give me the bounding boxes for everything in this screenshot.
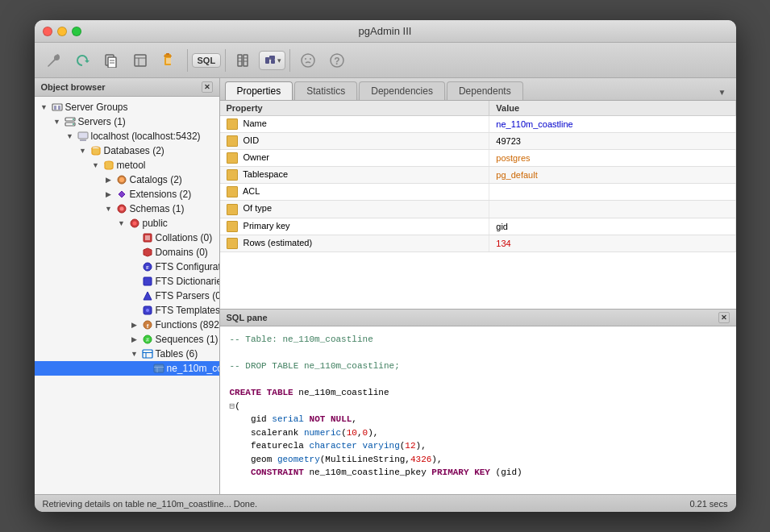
toggle-metool[interactable]: ▼	[89, 159, 102, 172]
tree-item-metool[interactable]: ▼ metool	[35, 158, 219, 172]
toggle-servers[interactable]: ▼	[51, 115, 64, 128]
sql-pane: SQL pane ✕ -- Table: ne_110m_coastline -…	[220, 309, 736, 494]
svg-point-54	[146, 309, 149, 312]
tree-item-catalogs[interactable]: ▶ Catalogs (2)	[35, 172, 219, 187]
table-edit-button[interactable]	[127, 47, 154, 74]
object-browser: Object browser ✕ ▼ Server Groups ▼	[35, 78, 220, 494]
col-value: Value	[489, 101, 735, 116]
object-browser-header: Object browser ✕	[35, 78, 219, 97]
toggle-public[interactable]: ▼	[115, 217, 128, 230]
tree-item-localhost[interactable]: ▼ localhost (localhost:5432)	[35, 129, 219, 143]
object-browser-close[interactable]: ✕	[202, 81, 213, 93]
close-button[interactable]	[43, 27, 52, 36]
tree-item-servers[interactable]: ▼ Servers (1)	[35, 114, 219, 129]
servers-icon	[64, 115, 77, 128]
tab-dependents[interactable]: Dependents	[447, 81, 523, 100]
domains-icon	[141, 246, 154, 259]
prop-label-rows: Rows (estimated)	[220, 235, 489, 251]
prop-row-rows: Rows (estimated) 134	[220, 235, 736, 251]
tree-item-sequences[interactable]: ▶ # Sequences (1)	[35, 332, 219, 347]
toggle-localhost[interactable]: ▼	[64, 130, 77, 143]
pages-button[interactable]	[98, 47, 125, 74]
toolbar-separator-2	[225, 49, 226, 72]
prop-row-acl: ACL	[220, 184, 736, 201]
metool-icon	[102, 159, 115, 172]
toolbar: SQL ▾	[35, 43, 736, 78]
tree-item-extensions[interactable]: ▶ Extensions (2)	[35, 187, 219, 202]
toggle-sequences[interactable]: ▶	[128, 333, 141, 346]
svg-rect-4	[135, 55, 146, 66]
tree-item-public[interactable]: ▼ public	[35, 216, 219, 231]
svg-rect-14	[243, 55, 248, 66]
sql-line-4: ⊟(	[230, 400, 726, 414]
prop-label-owner: Owner	[220, 150, 489, 167]
tab-dependencies[interactable]: Dependencies	[359, 81, 445, 100]
sql-button[interactable]: SQL	[192, 53, 222, 68]
tree-item-fts-parsers[interactable]: ▶ FTS Parsers (0)	[35, 289, 219, 303]
tree-item-fts-conf[interactable]: ▶ F FTS Configurations (0)	[35, 260, 219, 274]
toggle-functions[interactable]: ▶	[128, 318, 141, 331]
tree-item-fts-templates[interactable]: ▶ FTS Templates (0)	[35, 303, 219, 318]
svg-rect-51	[144, 277, 152, 285]
tree-item-ne110m[interactable]: ▶ ne_110m_coastline	[35, 361, 219, 376]
window-title: pgAdmin III	[359, 25, 412, 37]
toggle-server-groups[interactable]: ▼	[38, 101, 51, 114]
server-groups-label: Server Groups	[65, 102, 128, 113]
extensions-label: Extensions (2)	[130, 189, 192, 200]
extensions-icon	[115, 188, 128, 201]
sql-line-6: scalerank numeric(10,0),	[230, 426, 726, 440]
svg-rect-19	[265, 57, 269, 64]
tab-properties[interactable]: Properties	[225, 81, 293, 100]
plugin-dropdown[interactable]: ▾	[259, 51, 285, 70]
tree-item-fts-dict[interactable]: ▶ FTS Dictionaries (0)	[35, 274, 219, 289]
columns-button[interactable]	[230, 47, 257, 74]
localhost-icon	[77, 130, 89, 143]
tree-item-tables[interactable]: ▼ Tables (6)	[35, 347, 219, 361]
toggle-schemas[interactable]: ▼	[102, 202, 115, 215]
tree-item-server-groups[interactable]: ▼ Server Groups	[35, 100, 219, 114]
sql-pane-close[interactable]: ✕	[718, 312, 730, 323]
tree-item-schemas[interactable]: ▼ Schemas (1)	[35, 202, 219, 216]
prop-row-owner: Owner postgres	[220, 150, 736, 167]
prop-row-name: Name ne_110m_coastline	[220, 116, 736, 133]
sql-line-2: -- DROP TABLE ne_110m_coastline;	[230, 360, 726, 373]
tree-item-databases[interactable]: ▼ Databases (2)	[35, 143, 219, 158]
main-content: Object browser ✕ ▼ Server Groups ▼	[35, 78, 736, 494]
prop-icon-owner	[227, 152, 238, 164]
toggle-tables[interactable]: ▼	[128, 347, 141, 360]
delete-button[interactable]	[156, 47, 183, 74]
fts-dict-icon	[141, 275, 154, 288]
tree-container[interactable]: ▼ Server Groups ▼ Servers (1) ▼	[35, 97, 219, 494]
toggle-databases[interactable]: ▼	[77, 144, 89, 157]
traffic-lights	[43, 27, 81, 36]
sql-line-1: -- Table: ne_110m_coastline	[230, 333, 726, 347]
sql-line-8: geom geometry(MultiLineString,4326),	[230, 453, 726, 467]
servers-label: Servers (1)	[78, 116, 126, 127]
sql-line-blank-1	[230, 347, 726, 360]
sql-line-3: CREATE TABLE ne_110m_coastline	[230, 386, 726, 400]
tree-item-domains[interactable]: ▶ Domains (0)	[35, 245, 219, 260]
face-button[interactable]	[294, 47, 322, 74]
svg-rect-29	[54, 106, 56, 110]
server-groups-icon	[51, 101, 64, 114]
refresh-button[interactable]	[69, 47, 96, 74]
maximize-button[interactable]	[72, 27, 81, 36]
svg-point-25	[310, 58, 311, 60]
svg-rect-28	[52, 104, 62, 110]
fts-parsers-label: FTS Parsers (0)	[156, 290, 219, 301]
tree-item-collations[interactable]: ▶ Collations (0)	[35, 231, 219, 245]
toggle-extensions[interactable]: ▶	[102, 188, 115, 201]
schemas-icon	[115, 202, 128, 215]
wrench-button[interactable]	[40, 47, 67, 74]
status-time: 0.21 secs	[689, 499, 727, 509]
tabs-arrow[interactable]: ▼	[714, 85, 731, 100]
tabs-bar: Properties Statistics Dependencies Depen…	[220, 78, 736, 101]
tree-item-functions[interactable]: ▶ f Functions (892)	[35, 318, 219, 332]
help-button[interactable]: ?	[323, 47, 351, 74]
databases-label: Databases (2)	[104, 145, 164, 156]
tab-statistics[interactable]: Statistics	[294, 81, 357, 100]
svg-rect-36	[80, 139, 86, 141]
toggle-catalogs[interactable]: ▶	[102, 173, 115, 186]
minimize-button[interactable]	[57, 27, 67, 36]
sql-content[interactable]: -- Table: ne_110m_coastline -- DROP TABL…	[220, 326, 736, 494]
